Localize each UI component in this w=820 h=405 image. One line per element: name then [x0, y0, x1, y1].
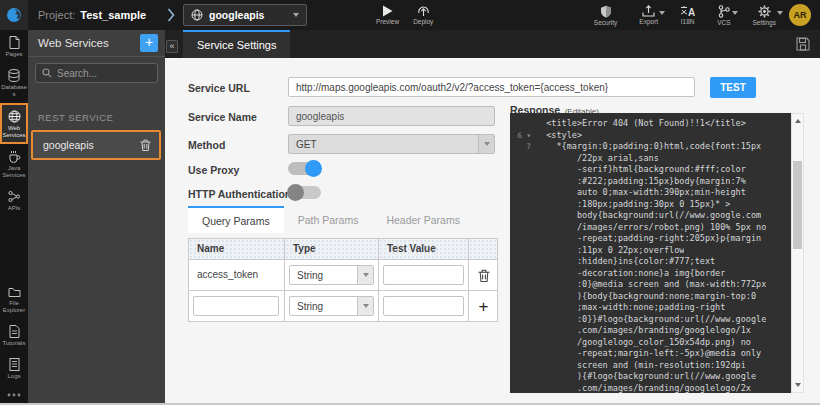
test-value-input[interactable] — [383, 265, 464, 285]
scrollbar-thumb[interactable] — [793, 161, 802, 249]
rail-item-file-explorer[interactable]: File Explorer — [0, 281, 28, 319]
code-text: /22px arial,sans — [536, 153, 659, 165]
table-row-new: String + — [189, 290, 497, 321]
rail-item-web-services[interactable]: Web Services — [0, 103, 28, 145]
method-select[interactable]: GET — [288, 134, 495, 154]
rail-item-apis[interactable]: APIs — [0, 184, 28, 217]
tab-service-settings[interactable]: Service Settings — [183, 30, 290, 58]
rail-item-databases[interactable]: Databases — [0, 63, 28, 103]
left-icon-rail: Pages Databases Web Services Java Servic… — [0, 30, 28, 405]
code-text: ){body{background:none;margin-top:0 — [536, 291, 756, 303]
collapse-panel-button[interactable]: « — [166, 40, 178, 53]
user-avatar[interactable]: AR — [789, 4, 811, 26]
export-icon — [642, 5, 655, 17]
add-row-button[interactable]: + — [469, 291, 498, 321]
delete-row-button[interactable] — [469, 260, 498, 290]
security-button[interactable]: Security — [594, 0, 617, 30]
response-code-editor[interactable]: <title>Error 404 (Not Found)!!1</title> … — [510, 113, 791, 393]
top-bar: Project: Test_sample googleapis Preview — [0, 0, 820, 30]
use-proxy-toggle[interactable] — [288, 162, 321, 175]
rail-item-java-services[interactable]: Java Services — [0, 144, 28, 184]
line-number — [510, 383, 536, 394]
service-search[interactable] — [35, 63, 158, 83]
project-label: Project: — [38, 9, 75, 21]
code-line: -repeat;margin-left:-5px}@media only — [510, 348, 791, 360]
delete-service-button[interactable] — [140, 139, 151, 151]
deploy-button[interactable]: Deploy — [413, 0, 433, 30]
http-auth-toggle[interactable] — [288, 186, 321, 199]
tab-header-params[interactable]: Header Params — [372, 206, 474, 233]
preview-button[interactable]: Preview — [376, 0, 399, 30]
new-param-name-input[interactable] — [193, 296, 279, 316]
line-number — [510, 256, 536, 268]
page-icon — [9, 36, 20, 49]
breadcrumb-chevron-icon — [167, 8, 175, 22]
new-test-value-input[interactable] — [383, 296, 464, 316]
tab-path-params[interactable]: Path Params — [284, 206, 373, 233]
line-number — [510, 337, 536, 349]
rail-item-logs[interactable]: Logs — [0, 352, 28, 385]
param-type-select[interactable]: String — [289, 265, 374, 285]
code-line: ;max-width:none;padding-right — [510, 302, 791, 314]
tab-query-params[interactable]: Query Params — [188, 206, 284, 233]
globe-icon — [8, 110, 21, 123]
code-line: screen and (min-resolution:192dpi — [510, 360, 791, 372]
test-button[interactable]: TEST — [710, 77, 756, 98]
line-number — [510, 314, 536, 326]
code-line: body{background:url(//www.google.com — [510, 210, 791, 222]
code-text: body{background:url(//www.google.com — [536, 210, 761, 222]
wavemaker-logo-icon — [6, 7, 22, 23]
service-settings-content: Service URL TEST Service Name Method GET… — [165, 58, 820, 405]
service-url-input[interactable] — [288, 77, 695, 97]
service-name-label: Service Name — [188, 111, 257, 123]
code-line: :hidden}ins{color:#777;text — [510, 256, 791, 268]
header-test-value: Test Value — [378, 239, 468, 259]
search-icon — [42, 68, 52, 78]
more-options-button[interactable] — [0, 385, 28, 405]
code-text: auto 0;max-width:390px;min-height — [536, 187, 746, 199]
add-service-button[interactable]: + — [140, 34, 158, 52]
table-row: access_token String — [189, 259, 497, 290]
service-selector-dropdown[interactable]: googleapis — [183, 4, 307, 26]
rail-item-pages[interactable]: Pages — [0, 30, 28, 63]
search-input[interactable] — [57, 68, 147, 79]
web-services-panel: Web Services + REST SERVICE googleapis — [28, 30, 165, 405]
line-number — [510, 233, 536, 245]
tutorial-page-icon — [9, 325, 20, 338]
i18n-button[interactable]: A I18N — [680, 0, 695, 30]
i18n-label: I18N — [681, 18, 695, 25]
rail-item-tutorials[interactable]: Tutorials — [0, 319, 28, 352]
code-text: -repeat;margin-left:-5px}@media only — [536, 348, 761, 360]
code-text: :0}@media screen and (max-width:772px — [536, 279, 766, 291]
settings-button[interactable]: Settings — [753, 0, 777, 30]
line-number — [510, 291, 536, 303]
project-breadcrumb[interactable]: Project: Test_sample — [38, 0, 146, 30]
export-label: Export — [639, 18, 658, 25]
line-number — [510, 245, 536, 257]
line-number — [510, 325, 536, 337]
app-logo[interactable] — [0, 0, 28, 30]
globe-icon — [191, 9, 203, 21]
project-name: Test_sample — [80, 9, 146, 21]
log-document-icon — [9, 358, 20, 371]
export-button[interactable]: Export — [639, 0, 658, 30]
service-name-input[interactable] — [288, 106, 495, 126]
svg-text:A: A — [688, 7, 695, 17]
deploy-upload-icon — [417, 5, 430, 17]
folder-icon — [8, 287, 21, 298]
deploy-label: Deploy — [413, 18, 433, 25]
scroll-up-arrow-icon[interactable] — [795, 119, 801, 123]
service-url-label: Service URL — [188, 82, 250, 94]
method-value: GET — [296, 139, 317, 150]
code-line: 7 *{margin:0;padding:0}html,code{font:15… — [510, 141, 791, 153]
code-line: :11px 0 22px;overflow — [510, 245, 791, 257]
database-icon — [8, 69, 20, 82]
code-text: ;max-width:none;padding-right — [536, 302, 725, 314]
service-list-item[interactable]: googleapis — [33, 132, 159, 158]
line-number — [510, 222, 536, 234]
scroll-down-arrow-icon[interactable] — [795, 383, 801, 387]
editor-scrollbar[interactable] — [791, 113, 804, 393]
vcs-button[interactable]: VCS — [717, 0, 730, 30]
save-button[interactable] — [796, 37, 810, 51]
new-param-type-select[interactable]: String — [289, 296, 374, 316]
